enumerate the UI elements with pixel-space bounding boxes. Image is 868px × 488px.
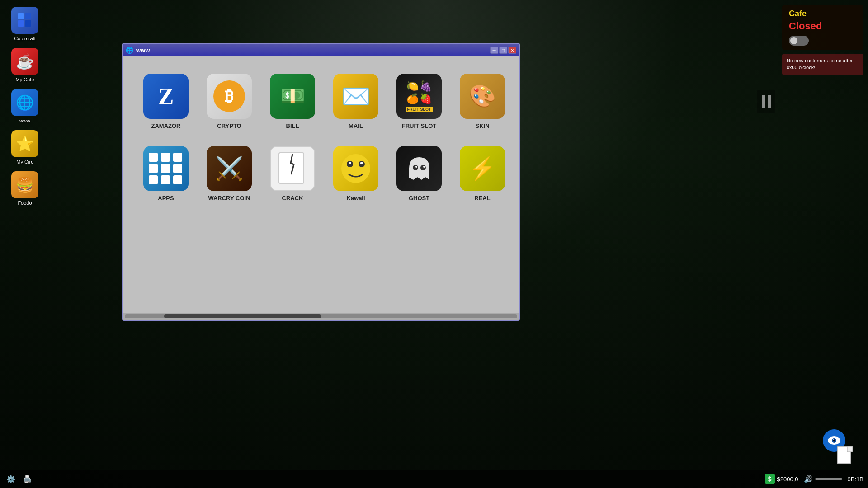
minimize-button[interactable]: ─ <box>490 47 498 54</box>
zamazor-label: ZAMAZOR <box>151 122 181 129</box>
sidebar-item-www[interactable]: 🌐 www <box>5 87 45 126</box>
bill-label: BILL <box>286 122 299 129</box>
app-grid: Z ZAMAZOR ₿ CRYPTO 💵 BILL <box>132 66 510 215</box>
app-item-kawaii[interactable]: Kawaii <box>326 142 385 210</box>
main-window: 🌐 www ─ □ ✕ Z ZAMAZOR ₿ CRYPTO <box>122 43 520 321</box>
real-label: REAL <box>474 195 490 202</box>
apps-icon <box>143 146 189 191</box>
sidebar-item-mycafe[interactable]: ☕ My Cafe <box>5 46 45 84</box>
app-item-mail[interactable]: ✉️ MAIL <box>326 70 385 138</box>
mycirc-label: My Circ <box>16 159 33 164</box>
sidebar-item-colorcraft[interactable]: Colorcraft <box>5 5 45 43</box>
svg-point-9 <box>360 162 363 164</box>
svg-rect-2 <box>18 20 24 27</box>
app-item-crypto[interactable]: ₿ CRYPTO <box>200 70 259 138</box>
mycirc-icon: ⭐ <box>11 130 38 157</box>
foodo-icon: 🍔 <box>11 171 38 198</box>
svg-rect-3 <box>25 20 31 27</box>
pause-bar-right <box>768 95 771 108</box>
www-icon: 🌐 <box>11 89 38 116</box>
volume-control[interactable]: 🔊 <box>804 475 842 483</box>
titlebar-buttons: ─ □ ✕ <box>490 47 516 54</box>
window-title: www <box>136 47 487 54</box>
taskbar: ⚙️ 🖨️ $ $2000,0 🔊 0B:1B <box>0 470 868 488</box>
ghost-label: GHOST <box>409 195 429 202</box>
maximize-button[interactable]: □ <box>499 47 507 54</box>
svg-point-8 <box>349 162 351 164</box>
notification-text: No new customers come after 0x00 o'clock… <box>787 58 853 70</box>
kawaii-label: Kawaii <box>346 195 365 202</box>
time-display: 0B:1B <box>848 476 863 483</box>
money-amount: $2000,0 <box>777 476 798 483</box>
crack-icon <box>270 146 315 191</box>
pause-button[interactable] <box>757 90 775 113</box>
cafe-toggle[interactable] <box>789 36 809 46</box>
svg-point-12 <box>415 166 417 168</box>
skin-label: SKIN <box>475 122 489 129</box>
taskbar-left: ⚙️ 🖨️ <box>5 473 33 485</box>
pause-bar-left <box>762 95 765 108</box>
cafe-status: Closed <box>789 20 857 32</box>
fruitslot-icon: 🍋 🍇 🍊 🍓 FRUIT SLOT <box>396 74 442 119</box>
zamazor-icon: Z <box>143 74 189 119</box>
app-item-zamazor[interactable]: Z ZAMAZOR <box>137 70 195 138</box>
mycafe-icon: ☕ <box>11 48 38 75</box>
toggle-knob <box>790 37 797 44</box>
ghost-icon <box>396 146 442 191</box>
app-item-ghost[interactable]: GHOST <box>390 142 448 210</box>
volume-slider[interactable] <box>815 478 842 480</box>
volume-icon: 🔊 <box>804 475 813 483</box>
close-button[interactable]: ✕ <box>508 47 516 54</box>
scrollbar-thumb <box>164 314 321 318</box>
bill-icon: 💵 <box>270 74 315 119</box>
svg-rect-19 <box>847 446 853 452</box>
kawaii-icon <box>333 146 378 191</box>
app-item-apps[interactable]: APPS <box>137 142 195 210</box>
document-icon <box>836 446 854 467</box>
crack-label: CRACK <box>282 195 303 202</box>
warcrycoin-label: WARCRY COIN <box>208 195 250 202</box>
colorcraft-icon <box>11 7 38 34</box>
mail-label: MAIL <box>349 122 363 129</box>
sidebar-item-foodo[interactable]: 🍔 Foodo <box>5 169 45 208</box>
cafe-title: Cafe <box>789 9 857 19</box>
app-item-skin[interactable]: 🎨 SKIN <box>453 70 512 138</box>
sidebar-item-mycirc[interactable]: ⭐ My Circ <box>5 128 45 167</box>
app-item-real[interactable]: ⚡ REAL <box>453 142 512 210</box>
window-content: Z ZAMAZOR ₿ CRYPTO 💵 BILL <box>123 56 519 313</box>
scrollbar-track <box>125 314 517 318</box>
app-item-warcrycoin[interactable]: ⚔️ WARCRY COIN <box>200 142 259 210</box>
right-panel: Cafe Closed No new customers come after … <box>778 0 868 80</box>
svg-rect-1 <box>25 13 31 19</box>
svg-point-17 <box>833 439 834 440</box>
cafe-widget: Cafe Closed <box>782 5 863 50</box>
taskbar-print-icon[interactable]: 🖨️ <box>21 473 33 485</box>
svg-point-13 <box>423 166 425 168</box>
svg-point-10 <box>413 165 418 170</box>
cafe-notification: No new customers come after 0x00 o'clock… <box>782 54 863 75</box>
colorcraft-label: Colorcraft <box>14 36 36 41</box>
money-display: $ $2000,0 <box>765 474 798 484</box>
window-titlebar: 🌐 www ─ □ ✕ <box>123 44 519 56</box>
document-button[interactable] <box>836 446 854 469</box>
svg-point-11 <box>420 165 426 170</box>
desktop-sidebar: Colorcraft ☕ My Cafe 🌐 www ⭐ My Circ 🍔 F… <box>0 0 50 488</box>
crypto-icon: ₿ <box>207 74 252 119</box>
window-scrollbar[interactable] <box>123 313 519 320</box>
taskbar-settings-icon[interactable]: ⚙️ <box>5 473 17 485</box>
app-item-crack[interactable]: CRACK <box>263 142 322 210</box>
mycafe-label: My Cafe <box>16 77 34 82</box>
skin-icon: 🎨 <box>460 74 505 119</box>
real-icon: ⚡ <box>460 146 505 191</box>
taskbar-right: $ $2000,0 🔊 0B:1B <box>765 474 863 484</box>
money-icon: $ <box>765 474 775 484</box>
crypto-label: CRYPTO <box>217 122 241 129</box>
app-item-bill[interactable]: 💵 BILL <box>263 70 322 138</box>
mail-icon: ✉️ <box>333 74 378 119</box>
www-label: www <box>19 118 30 123</box>
foodo-label: Foodo <box>18 200 32 206</box>
warcrycoin-icon: ⚔️ <box>207 146 252 191</box>
svg-point-5 <box>341 154 370 183</box>
app-item-fruitslot[interactable]: 🍋 🍇 🍊 🍓 FRUIT SLOT FRUIT SLOT <box>390 70 448 138</box>
eye-icon-svg <box>827 436 841 445</box>
